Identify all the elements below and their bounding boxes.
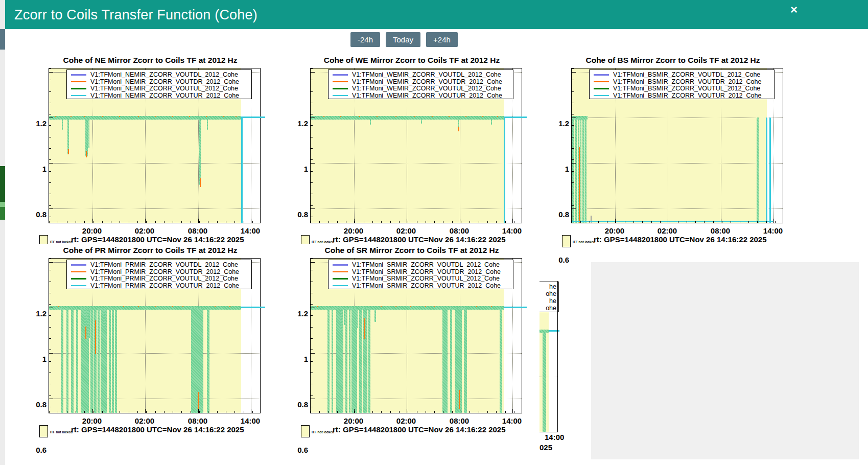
y-axis-tick [572, 72, 576, 73]
y-tick-label: 1.2 [288, 119, 308, 128]
dropout-stripe [332, 308, 333, 413]
cyan-vertical-line [241, 118, 243, 223]
itf-not-locked-label: ITF not locked [50, 240, 73, 244]
legend-row: V1:TFMoni_WEMIR_ZCORR_VOUTUL_2012_Cohe [329, 85, 513, 92]
orange-speckle [155, 306, 156, 307]
x-axis-tick [773, 219, 774, 223]
y-axis-tick [572, 118, 576, 118]
x-tick-label: 14:00 [497, 226, 527, 235]
fragment-frame-edge [557, 281, 558, 432]
dialog: Zcorr to Coils Transfer Function (Cohe) … [5, 0, 868, 465]
orange-speckle [172, 116, 173, 117]
y-axis-tick [572, 163, 576, 164]
dropout-stripe [464, 308, 467, 413]
nav-button-minus-24h[interactable]: -24h [350, 32, 380, 47]
dropout-spike [370, 120, 371, 125]
orange-speckle [215, 306, 216, 307]
x-tick-label: 08:00 [182, 416, 213, 425]
orange-speckle [182, 306, 183, 307]
plot-canvas-sr[interactable]: Cohe of SR Mirror Zcorr to Coils TF at 2… [289, 244, 535, 440]
plot-caption: rt: GPS=1448201800 UTC=Nov 26 14:16:22 2… [333, 235, 506, 244]
dropout-spike [88, 120, 89, 148]
coherence-band [49, 116, 241, 120]
dialog-header: Zcorr to Coils Transfer Function (Cohe) … [5, 0, 868, 29]
x-tick-label: 20:00 [338, 416, 369, 425]
dropout-stripe [580, 118, 581, 223]
x-axis-tick [354, 409, 355, 413]
orange-speckle [138, 306, 139, 307]
legend-line-swatch [71, 271, 86, 273]
x-axis-minor-ticks [49, 411, 260, 413]
dropout-spike [341, 310, 342, 332]
legend-line-swatch [71, 264, 86, 266]
legend-row: V1:TFMoni_SRMIR_ZCORR_VOUTUR_2012_Cohe [329, 282, 513, 289]
plot-canvas-ne[interactable]: Cohe of NE Mirror Zcorr to Coils TF at 2… [27, 54, 273, 250]
orange-trace-segment [68, 149, 69, 154]
orange-speckle [432, 116, 433, 117]
orange-speckle [340, 116, 341, 117]
legend-label: V1:TFMoni_BSMIR_ZCORR_VOUTDL_2012_Cohe [613, 71, 760, 78]
y-axis-minor-ticks [49, 259, 51, 413]
nav-button-today[interactable]: Today [386, 32, 420, 47]
dropout-stripe [115, 308, 117, 413]
orange-speckle [138, 116, 139, 117]
orange-speckle [236, 116, 237, 117]
time-nav-toolbar: -24h Today +24h [350, 32, 458, 47]
x-axis-tick [407, 409, 407, 413]
x-tick-label: 14:00 [497, 416, 527, 425]
dropout-spike [421, 120, 422, 124]
plot-caption: rt: GPS=1448201800 UTC=Nov 26 14:16:22 2… [333, 425, 506, 434]
legend-row: V1:TFMoni_BSMIR_ZCORR_VOUTDR_2012_Cohe [590, 78, 774, 85]
orange-speckle [395, 306, 396, 307]
fragment-dropout-stripe [543, 333, 546, 432]
gridline [311, 163, 522, 164]
plot-caption: rt: GPS=1448201800 UTC=Nov 26 14:16:22 2… [71, 235, 244, 244]
legend-label: V1:TFMoni_PRMIR_ZCORR_VOUTDR_2012_Cohe [90, 268, 239, 275]
y-tick-label: 0.8 [26, 400, 46, 409]
plot-canvas-we[interactable]: Cohe of WE Mirror Zcorr to Coils TF at 2… [289, 54, 535, 250]
legend-label: V1:TFMoni_NEMIR_ZCORR_VOUTUR_2012_Cohe [90, 92, 239, 99]
orange-speckle [189, 116, 190, 117]
itf-not-locked-label: ITF not locked [50, 430, 73, 434]
plot-caption: rt: GPS=1448201800 UTC=Nov 26 14:16:22 2… [71, 425, 244, 434]
x-tick-label: 14:00 [758, 226, 788, 235]
x-axis-tick [198, 409, 199, 413]
legend-label: V1:TFMoni_PRMIR_ZCORR_VOUTUR_2012_Cohe [90, 282, 239, 289]
legend-line-swatch [594, 81, 609, 83]
nav-button-plus-24h[interactable]: +24h [426, 32, 458, 47]
orange-speckle [323, 116, 324, 117]
partially-hidden-plot-fragment: he ohe he ohe 14:00 025 [539, 281, 591, 455]
legend-label: V1:TFMoni_SRMIR_ZCORR_VOUTUL_2012_Cohe [352, 275, 500, 282]
legend-label: V1:TFMoni_BSMIR_ZCORR_VOUTUR_2012_Cohe [613, 92, 761, 99]
x-axis-tick [92, 409, 93, 413]
cyan-horizontal-line [504, 307, 527, 308]
y-axis-tick [311, 208, 315, 209]
fragment-legend-tail: ohe [546, 305, 556, 312]
x-axis-tick [460, 409, 460, 413]
y-axis-tick [311, 163, 315, 164]
orange-speckle [229, 306, 230, 307]
x-tick-label: 02:00 [129, 416, 160, 425]
dropout-stripe [582, 118, 584, 223]
legend-label: V1:TFMoni_NEMIR_ZCORR_VOUTUL_2012_Cohe [90, 85, 238, 92]
close-icon[interactable]: × [787, 3, 801, 16]
gridline [572, 118, 783, 118]
plot-legend: V1:TFMoni_NEMIR_ZCORR_VOUTDL_2012_CoheV1… [66, 69, 252, 99]
dropout-spike [62, 120, 63, 130]
legend-row: V1:TFMoni_SRMIR_ZCORR_VOUTDL_2012_Cohe [329, 261, 513, 268]
x-axis-tick [145, 219, 146, 223]
legend-row: V1:TFMoni_NEMIR_ZCORR_VOUTDL_2012_Cohe [67, 71, 251, 78]
orange-trace-segment [198, 392, 199, 410]
fragment-x-tick-label: 14:00 [545, 433, 564, 441]
y-tick-label: 0.6 [549, 255, 569, 264]
cyan-vertical-line [504, 118, 505, 223]
orange-speckle [476, 306, 477, 307]
plot-title: Cohe of BS Mirror Zcorr to Coils TF at 2… [550, 56, 796, 65]
legend-label: V1:TFMoni_NEMIR_ZCORR_VOUTDL_2012_Cohe [90, 71, 238, 78]
plot-canvas-pr[interactable]: Cohe of PR Mirror Zcorr to Coils TF at 2… [27, 244, 273, 440]
plot-canvas-bs[interactable]: Cohe of BS Mirror Zcorr to Coils TF at 2… [550, 54, 796, 250]
x-axis-tick [460, 219, 460, 223]
itf-not-locked-label: ITF not locked [573, 240, 595, 244]
y-tick-label: 1 [288, 165, 308, 173]
fragment-gridline [539, 377, 557, 377]
